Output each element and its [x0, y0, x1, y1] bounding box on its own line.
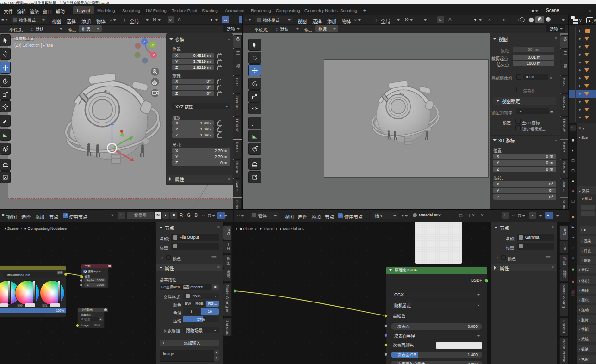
svg-text:Y: Y — [152, 43, 154, 47]
svg-text:X: X — [153, 54, 155, 57]
svg-text:Z: Z — [143, 40, 146, 43]
